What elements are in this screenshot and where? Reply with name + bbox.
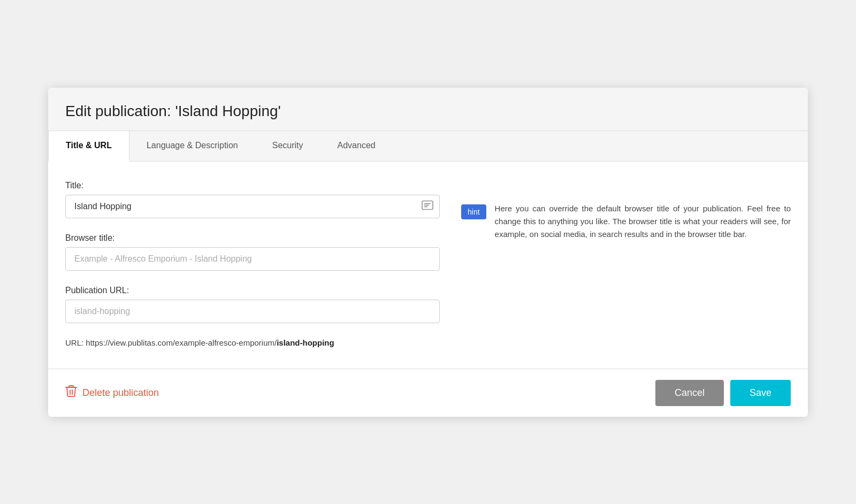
browser-title-group: Browser title: [65,233,440,271]
edit-publication-modal: Edit publication: 'Island Hopping' Title… [48,88,808,417]
title-label: Title: [65,181,440,190]
browser-title-label: Browser title: [65,233,440,243]
delete-publication-button[interactable]: Delete publication [65,385,159,401]
form-left: Title: [65,181,440,347]
hint-badge: hint [461,204,486,219]
publication-url-input[interactable] [65,300,440,323]
trash-icon [65,385,77,401]
save-button[interactable]: Save [730,380,791,406]
delete-label: Delete publication [82,387,159,399]
tab-title-url[interactable]: Title & URL [48,131,129,162]
url-display: URL: https://view.publitas.com/example-a… [65,338,440,347]
title-input[interactable] [65,195,440,218]
modal-footer: Delete publication Cancel Save [48,369,808,417]
footer-actions: Cancel Save [655,380,791,406]
title-group: Title: [65,181,440,218]
publication-url-label: Publication URL: [65,286,440,295]
modal-title: Edit publication: 'Island Hopping' [65,103,791,120]
title-card-icon [422,200,433,212]
browser-title-input[interactable] [65,247,440,271]
hint-text: Here you can override the default browse… [495,202,791,241]
title-input-wrapper [65,195,440,218]
tab-security[interactable]: Security [255,131,320,162]
publication-url-group: Publication URL: [65,286,440,323]
modal-header: Edit publication: 'Island Hopping' [48,88,808,131]
tabs-container: Title & URL Language & Description Secur… [48,131,808,162]
form-section: Title: [65,181,791,347]
tab-advanced[interactable]: Advanced [320,131,393,162]
tab-language-description[interactable]: Language & Description [129,131,255,162]
cancel-button[interactable]: Cancel [655,380,724,406]
modal-body: Title: [48,162,808,369]
form-right: hint Here you can override the default b… [461,181,791,347]
